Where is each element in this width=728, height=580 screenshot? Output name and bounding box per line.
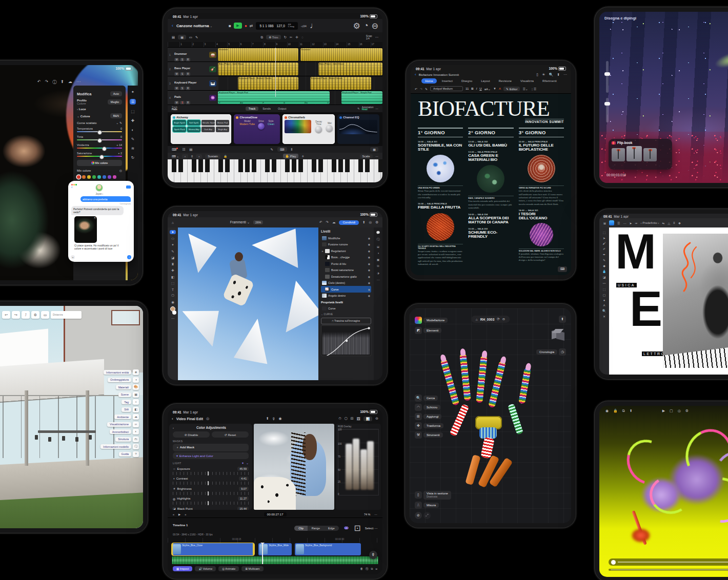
lcd-display[interactable]: 5 1 1 086 127,0 4/4C mag [256,22,297,30]
ideas-icon[interactable]: ☀ [542,73,545,77]
mix-color-button[interactable]: Mix colore [77,160,122,166]
curve-section-header[interactable]: ⌄ CURVE [321,313,371,316]
faders-icon[interactable]: ⫴ [291,148,293,152]
octave-up[interactable]: › [196,154,202,158]
crop-tool[interactable]: ⬚ [603,287,606,291]
share-icon[interactable]: ⬆ [630,409,633,413]
brush-opacity-slider[interactable] [606,98,609,122]
font-color-icon[interactable]: A [499,87,501,90]
soften-icon[interactable]: ◐ [133,429,139,434]
slider-knob[interactable] [604,102,610,106]
slider-knob[interactable] [99,155,104,159]
eyedropper-tool[interactable]: ◉ [171,300,174,304]
help-icon[interactable]: ? [133,451,139,457]
minimize-icon[interactable]: ⊖ [375,417,378,421]
volume-button[interactable]: 🔊 Volume [195,566,216,571]
eraser-tool[interactable]: ◪ [171,256,174,260]
tab-track[interactable]: Track [246,107,259,111]
panel-scenes[interactable]: Scene▦ [118,392,139,398]
exposure-slider[interactable]: ☼Exposure45.59 [173,467,249,475]
versions-icon[interactable]: ↻ [131,155,134,160]
search-tool[interactable]: 🔍Cerca [415,395,438,402]
cycle-icon[interactable]: ⇄ [250,24,253,28]
highlights-slider[interactable]: ◍Highlights11.27 [173,496,249,505]
panel-model-info[interactable]: Informazioni modelloⓘ [100,444,139,449]
red-dot[interactable] [77,175,80,179]
alchemy-pad[interactable]: Bright Synth [173,120,186,126]
eyedropper-tool[interactable]: 💧 [602,270,606,273]
wand-icon[interactable]: ✦ [241,461,244,465]
mic-icon[interactable]: 🎙 [272,417,276,421]
timer-icon[interactable]: ◔ [363,21,369,30]
metronome-icon[interactable]: ♩ [310,21,318,30]
clone-tool[interactable]: ♜ [171,262,174,266]
fill-tool[interactable]: ◆ [603,264,605,267]
record-enable-button[interactable]: R [186,72,190,76]
record-icon[interactable]: ● [245,24,247,28]
info-icon[interactable]: ⓘ [377,237,380,242]
contact-name[interactable]: Joyce › [95,193,103,195]
more-tools[interactable]: ⋯ [171,317,175,321]
blackpoint-slider[interactable]: ◪Black Point15.44 [173,507,249,510]
layer-row[interactable]: Desaturazione giallo◉ [321,273,371,280]
green-dot[interactable] [92,175,96,179]
pencil-icon[interactable]: ✎ [357,107,360,110]
timeline-scrubber[interactable] [609,558,728,566]
tab-review[interactable]: Revisione [495,78,515,84]
scale-button[interactable]: Scale [360,154,373,158]
animate-button[interactable]: ◎ Animate [218,566,239,571]
arp-icon[interactable]: ✛ [301,155,304,158]
align-icon[interactable]: ≡ [673,221,675,224]
region-drummer-2[interactable]: Drummer [300,48,383,61]
tab-edge[interactable]: Edge [324,526,339,531]
visibility-icon[interactable]: ◉ [368,294,370,297]
layer-row-selected[interactable]: 📈Curve◉ [321,286,371,293]
tab-layout[interactable]: Layout [477,78,493,84]
more-icon[interactable]: ⋯ [76,79,80,85]
smudge-tool[interactable]: 〰 [602,281,605,285]
styles-icon[interactable]: ◧ [133,407,139,412]
list-icon[interactable]: ▤ [189,148,192,152]
measure-button[interactable]: ⎍ Misura [415,502,439,509]
loop-icon[interactable]: ↻ [284,35,287,39]
redo-icon[interactable]: ↷ [326,220,328,224]
undo-icon[interactable]: ↶ [319,220,322,224]
preset-stepper[interactable]: ‹ Predefinito › [640,221,659,224]
visibility-icon[interactable]: ◉ [368,237,370,240]
project-title[interactable]: Canzone notturna ⌄ [176,24,212,28]
keyboard-select-icon[interactable]: ⌨ ⌄ [172,155,179,158]
purple-dot[interactable] [108,175,111,179]
trim-tool[interactable]: ✥ Trim [266,35,280,39]
playhead[interactable] [275,48,276,97]
vibrance-slider[interactable]: Vividezza+ 14 [77,143,122,149]
more-icon[interactable]: ⋯ [375,107,378,110]
mixer-icon[interactable]: ▦ [178,35,186,39]
quick-select-tool[interactable]: ✦ [171,243,174,247]
timeline-ruler[interactable]: 1234567891011121314151617 [168,42,382,48]
menu-icon[interactable]: ☰ [617,221,620,225]
boolean-icon[interactable]: ❖ [678,221,681,225]
dismiss-keyboard-button[interactable]: ⌨ [558,266,567,272]
orange-dot[interactable] [82,175,86,179]
play-icon[interactable]: ▶ [178,513,180,516]
erase-tool[interactable]: ◪ [603,275,606,279]
record-enable-button[interactable]: R [186,101,190,105]
elements-mode[interactable]: ◩ Elementi [415,327,441,334]
back-icon[interactable]: ‹ [172,23,173,28]
layer-row[interactable]: Boost saturazione◉ [321,267,371,274]
send-button[interactable]: ↑ [127,255,131,259]
visibility-icon[interactable]: ◉ [368,256,370,259]
device-icon[interactable]: ▭ [41,311,49,319]
teal-dot[interactable] [97,175,101,179]
redo-icon[interactable]: ↪ [12,311,20,319]
fade-icon[interactable]: ✛ [295,35,298,39]
font-size[interactable]: 11 [466,87,469,90]
display-icon[interactable]: ∞ [133,422,139,427]
model-info-icon[interactable]: ⓘ [133,444,139,449]
region-bass-2[interactable]: Bass Player - Indie Disco [318,63,382,75]
settings-icon[interactable]: ⚙ [375,220,378,224]
cloud-icon[interactable]: ☁ [332,220,336,224]
layer-row[interactable]: Boos…chegge◉ [321,254,371,261]
wet-knob[interactable] [326,125,333,132]
case-button[interactable]: aA⌄ [484,87,491,91]
